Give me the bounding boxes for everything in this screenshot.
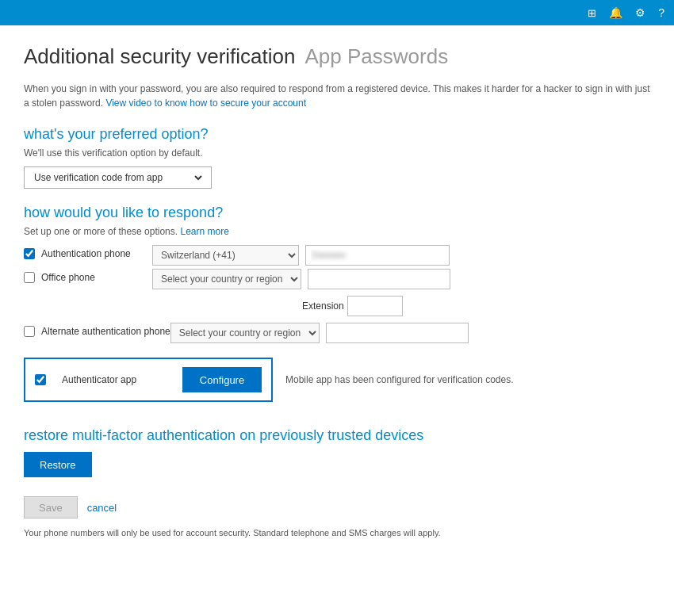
app-configured-text: Mobile app has been configured for verif… — [285, 374, 514, 385]
auth-phone-label: Authentication phone — [41, 248, 152, 259]
footer-text: Your phone numbers will only be used for… — [24, 528, 650, 538]
action-row: Save cancel — [24, 496, 650, 518]
auth-phone-number-input[interactable] — [305, 245, 450, 266]
alt-auth-phone-number-input[interactable] — [326, 323, 469, 343]
view-video-link[interactable]: View video to know how to secure your ac… — [105, 98, 306, 109]
gear-icon[interactable]: ⚙ — [635, 6, 645, 19]
office-phone-checkbox[interactable] — [24, 272, 35, 283]
configure-button[interactable]: Configure — [182, 367, 262, 392]
cancel-link[interactable]: cancel — [87, 502, 117, 514]
alt-auth-phone-checkbox[interactable] — [24, 326, 35, 337]
save-button[interactable]: Save — [24, 496, 78, 518]
grid-icon[interactable]: ⊞ — [588, 7, 596, 19]
alt-auth-phone-label: Alternate authentication phone — [41, 326, 170, 337]
authenticator-app-label: Authenticator app — [62, 374, 173, 385]
preferred-option-sub: We'll use this verification option by de… — [24, 147, 650, 159]
learn-more-link[interactable]: Learn more — [180, 226, 228, 237]
page-title-secondary: App Passwords — [305, 44, 449, 69]
help-icon[interactable]: ? — [658, 6, 664, 19]
authenticator-app-checkbox[interactable] — [35, 374, 46, 385]
office-phone-row: Office phone Select your country or regi… — [24, 269, 650, 319]
office-phone-label: Office phone — [41, 272, 152, 283]
alt-auth-phone-row: Alternate authentication phone Select yo… — [24, 323, 650, 343]
auth-phone-country-select[interactable]: Switzerland (+41) — [152, 245, 299, 266]
bell-icon[interactable]: 🔔 — [609, 6, 622, 19]
description-text: When you sign in with your password, you… — [24, 82, 650, 110]
auth-phone-row: Authentication phone Switzerland (+41) — [24, 245, 650, 266]
auth-phone-checkbox[interactable] — [24, 248, 35, 259]
respond-section-heading: how would you like to respond? — [24, 205, 650, 221]
restore-button[interactable]: Restore — [24, 452, 92, 477]
office-phone-country-select[interactable]: Select your country or region — [152, 269, 301, 289]
page-title-row: Additional security verification App Pas… — [24, 44, 650, 69]
top-navigation-bar: ⊞ 🔔 ⚙ ? — [0, 0, 674, 25]
extension-label: Extension — [302, 300, 344, 312]
extension-input[interactable] — [347, 296, 403, 316]
preferred-option-select-wrapper[interactable]: Use verification code from app Call my a… — [24, 166, 212, 189]
authenticator-app-row: Authenticator app Configure Mobile app h… — [24, 351, 650, 408]
extension-row: Extension — [302, 293, 450, 319]
page-title: Additional security verification — [24, 44, 296, 69]
office-phone-number-input[interactable] — [308, 269, 450, 289]
authenticator-app-box: Authenticator app Configure — [24, 358, 273, 402]
restore-section-heading: restore multi-factor authentication on p… — [24, 427, 650, 444]
alt-auth-phone-country-select[interactable]: Select your country or region — [170, 323, 320, 343]
preferred-option-select[interactable]: Use verification code from app Call my a… — [31, 171, 205, 184]
respond-section-sub: Set up one or more of these options. Lea… — [24, 226, 650, 237]
preferred-option-dropdown-row: Use verification code from app Call my a… — [24, 166, 650, 189]
preferred-option-heading: what's your preferred option? — [24, 126, 650, 143]
main-content: Additional security verification App Pas… — [0, 25, 674, 553]
